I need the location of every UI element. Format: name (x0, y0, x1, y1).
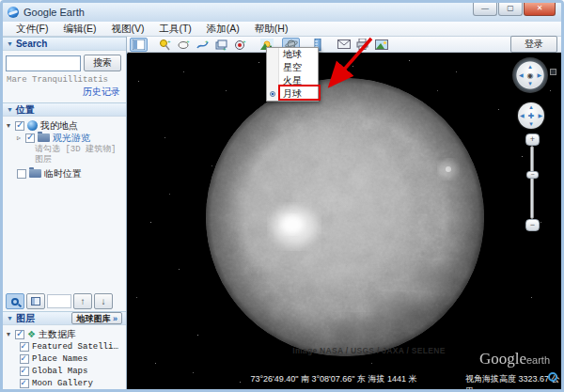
places-panel-header[interactable]: ▼ 位置 (3, 102, 126, 117)
pushpin-icon: + (159, 39, 171, 51)
layer-checkbox[interactable] (20, 367, 29, 376)
svg-text:+: + (243, 39, 246, 44)
status-bar: 73°26'49.40" 南 3°08'07.66" 东 海拔 1441 米 视… (127, 373, 561, 384)
expander-icon[interactable]: ▾ (7, 121, 15, 130)
title-bar: Google Earth — ▢ ✕ (3, 3, 561, 22)
layer-checkbox[interactable] (20, 342, 29, 352)
places-tree: ▾ 我的地点 ▹ 观光游览 请勾选 [3D 建筑物] 图层 临时位置 (3, 117, 126, 180)
tree-row-layer[interactable]: Moon Gallery (20, 377, 126, 389)
menu-edit[interactable]: 编辑(E) (55, 23, 103, 36)
primary-db-checkbox[interactable] (15, 330, 24, 339)
menu-add[interactable]: 添加(A) (199, 23, 247, 36)
tree-row-primary-db[interactable]: ▾ ❖ 主数据库 (7, 328, 126, 340)
menu-view[interactable]: 视图(V) (103, 23, 151, 36)
move-down-arrow-icon[interactable]: ▼ (528, 121, 534, 127)
zoom-in-button[interactable]: + (525, 133, 540, 146)
image-overlay-icon: + (215, 39, 227, 51)
earth-gallery-button[interactable]: 地球图库 » (71, 312, 122, 324)
search-in-places-button[interactable] (6, 293, 24, 309)
move-up-button[interactable]: ↑ (73, 293, 92, 309)
moon-globe[interactable] (204, 76, 486, 358)
expander-icon[interactable]: ▾ (7, 330, 15, 338)
tree-row-temporary[interactable]: 临时位置 (17, 167, 126, 180)
zoom-handle[interactable]: − (526, 171, 539, 179)
look-joystick[interactable]: ▲ ▼ ◀ ▶ ◉ (512, 57, 548, 93)
tree-row-layer[interactable]: Global Maps (20, 365, 126, 377)
compass-reset-button[interactable] (550, 69, 556, 75)
look-down-arrow-icon[interactable]: ▼ (527, 81, 533, 86)
layer-label[interactable]: Featured Satelli… (32, 342, 118, 352)
search-button[interactable]: 搜索 (84, 55, 121, 71)
toggle-sidebar-button[interactable] (130, 38, 148, 52)
globe-icon (27, 120, 38, 131)
search-history-link[interactable]: 历史记录 (3, 85, 126, 102)
sign-in-button[interactable]: 登录 (510, 36, 557, 53)
layers-stack-icon: ❖ (27, 329, 36, 339)
look-up-arrow-icon[interactable]: ▲ (527, 64, 533, 70)
panes-view-button[interactable] (26, 293, 45, 309)
zoom-out-button[interactable]: − (525, 219, 540, 231)
look-left-arrow-icon[interactable]: ◀ (519, 72, 524, 78)
save-image-button[interactable] (372, 38, 390, 52)
add-path-button[interactable]: + (194, 38, 212, 52)
primary-db-label[interactable]: 主数据库 (39, 328, 76, 341)
menu-help[interactable]: 帮助(H) (247, 23, 296, 36)
layer-label[interactable]: Global Maps (32, 367, 87, 376)
add-polygon-button[interactable]: + (175, 38, 193, 52)
print-button[interactable] (353, 38, 371, 52)
move-right-arrow-icon[interactable]: ▶ (538, 113, 542, 118)
layer-checkbox[interactable] (20, 379, 29, 388)
envelope-icon (337, 39, 351, 49)
temporary-checkbox[interactable] (17, 169, 26, 179)
tree-row-my-places[interactable]: ▾ 我的地点 (7, 119, 126, 132)
email-button[interactable] (335, 38, 352, 52)
menu-file[interactable]: 文件(F) (8, 23, 55, 36)
svg-text:+: + (223, 46, 227, 51)
google-earth-logo: Googleearth (479, 350, 550, 368)
path-icon: + (196, 39, 209, 51)
tree-row-layer[interactable]: Place Names (20, 353, 126, 365)
earth-viewport[interactable]: Image NASA / USGS / JAXA / SELENE Google… (127, 53, 561, 389)
layers-panel-header[interactable]: ▼ 图层 地球图库 » (3, 311, 126, 325)
my-places-label[interactable]: 我的地点 (40, 119, 78, 133)
search-panel-header[interactable]: ▼ Search (3, 37, 126, 51)
move-joystick[interactable]: ▲ ▼ ◀ ▶ ✚ (518, 102, 544, 129)
layer-label[interactable]: Moon Gallery (32, 379, 93, 388)
add-placemark-button[interactable]: + (156, 38, 174, 52)
svg-text:+: + (205, 39, 209, 44)
collapse-triangle-icon: ▼ (7, 40, 13, 47)
search-input[interactable] (6, 55, 81, 71)
menu-item-earth[interactable]: 地球 (267, 48, 318, 61)
temporary-label[interactable]: 临时位置 (44, 167, 82, 180)
move-down-button[interactable]: ↓ (94, 293, 113, 309)
zoom-track[interactable] (530, 146, 534, 219)
window-title: Google Earth (24, 7, 85, 18)
magnifier-icon (11, 298, 19, 306)
close-button[interactable]: ✕ (524, 3, 556, 16)
my-places-checkbox[interactable] (15, 121, 24, 131)
tree-row-tour[interactable]: ▹ 观光游览 (17, 132, 126, 144)
eye-icon: ◉ (527, 71, 534, 80)
record-tour-button[interactable]: + (231, 38, 249, 52)
toolbar: + + + + + (127, 37, 561, 53)
up-arrow-icon: ↑ (81, 297, 86, 306)
tree-row-layer[interactable]: Featured Satelli… (20, 340, 126, 353)
minimize-button[interactable]: — (473, 3, 497, 16)
polygon-icon: + (178, 39, 190, 51)
menu-tools[interactable]: 工具(T) (151, 23, 198, 36)
maximize-button[interactable]: ▢ (498, 3, 523, 16)
expander-icon[interactable]: ▹ (17, 133, 25, 142)
places-filter-box[interactable] (47, 294, 71, 308)
move-left-arrow-icon[interactable]: ◀ (520, 113, 525, 118)
tour-checkbox[interactable] (25, 133, 35, 143)
folder-icon (38, 133, 50, 142)
look-right-arrow-icon[interactable]: ▶ (537, 72, 541, 78)
add-image-overlay-button[interactable]: + (212, 38, 230, 52)
layer-checkbox[interactable] (20, 354, 29, 364)
places-panel-title: 位置 (16, 103, 35, 117)
menu-item-sky[interactable]: 星空 (267, 61, 318, 74)
move-up-arrow-icon[interactable]: ▲ (528, 104, 534, 110)
zoom-slider[interactable]: + − − (525, 133, 540, 231)
tour-label[interactable]: 观光游览 (53, 132, 90, 145)
layer-label[interactable]: Place Names (32, 354, 87, 364)
